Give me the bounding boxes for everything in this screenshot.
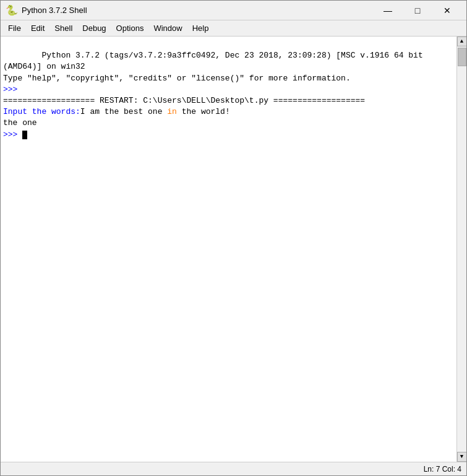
scroll-down-button[interactable]: ▼ (457, 452, 467, 462)
maximize-button[interactable]: □ (403, 2, 432, 19)
restart-line: =================== RESTART: C:\Users\DE… (3, 96, 365, 105)
output-text: the one (3, 118, 37, 128)
scroll-track[interactable] (458, 46, 466, 452)
title-bar: 🐍 Python 3.7.2 Shell — □ ✕ (1, 1, 466, 20)
menu-edit[interactable]: Edit (26, 22, 49, 35)
app-icon: 🐍 (6, 4, 18, 17)
input-in-keyword: in (167, 107, 177, 116)
menu-window[interactable]: Window (148, 22, 187, 35)
cursor-position: Ln: 7 Col: 4 (424, 465, 461, 474)
menu-debug[interactable]: Debug (77, 22, 111, 35)
shell-output: Python 3.7.2 (tags/v3.7.2:9a3ffc0492, De… (3, 39, 464, 152)
initial-prompt: >>> (3, 85, 17, 94)
scroll-up-button[interactable]: ▲ (457, 37, 467, 46)
status-bar: Ln: 7 Col: 4 (1, 462, 466, 475)
menu-file[interactable]: File (3, 22, 26, 35)
python-version-line: Python 3.7.2 (tags/v3.7.2:9a3ffc0492, De… (3, 51, 423, 139)
input-rest-text: the world! (177, 107, 230, 116)
scrollbar-vertical: ▲ ▼ (456, 37, 466, 462)
close-button[interactable]: ✕ (433, 2, 461, 19)
cursor (22, 131, 27, 139)
final-prompt: >>> (3, 130, 22, 139)
minimize-button[interactable]: — (374, 2, 402, 19)
main-window: 🐍 Python 3.7.2 Shell — □ ✕ File Edit She… (0, 0, 467, 476)
window-title: Python 3.7.2 Shell (22, 6, 374, 15)
menu-shell[interactable]: Shell (49, 22, 77, 35)
menu-help[interactable]: Help (187, 22, 214, 35)
menu-options[interactable]: Options (111, 22, 149, 35)
input-prompt-text: Input the words: (3, 107, 80, 116)
scroll-thumb[interactable] (458, 48, 466, 66)
shell-content[interactable]: Python 3.7.2 (tags/v3.7.2:9a3ffc0492, De… (1, 37, 466, 462)
input-user-text: I am the best one (80, 107, 167, 116)
window-controls: — □ ✕ (374, 2, 461, 19)
menu-bar: File Edit Shell Debug Options Window Hel… (1, 20, 466, 37)
